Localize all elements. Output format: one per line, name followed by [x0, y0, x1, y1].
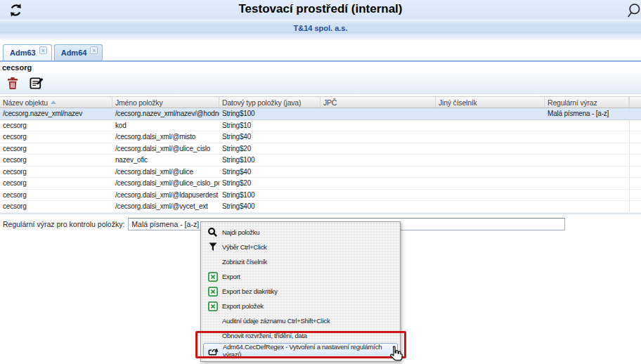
table-cell: cecsorg [0, 190, 112, 201]
table-cell: /cecsorg.nazev_xml/nazev/@hodnota [112, 108, 219, 119]
row-spacer [629, 131, 641, 143]
filter-icon [203, 242, 222, 252]
tab-close-icon[interactable]: x [90, 46, 98, 54]
table-cell: cecsorg [0, 201, 112, 212]
table-cell [545, 155, 629, 166]
table-row[interactable]: cecsorg/cecsorg.dalsi_xml/@vycet_extStri… [0, 201, 641, 213]
column-header-1[interactable]: Název objektu [0, 97, 112, 108]
table-cell: String$400 [219, 201, 320, 212]
table-cell: cecsorg [0, 143, 112, 155]
table-cell [436, 120, 545, 131]
table-cell [436, 167, 545, 178]
menu-item[interactable]: Export položek [203, 299, 398, 313]
table-row[interactable]: /cecsorg.nazev_xml/nazev/cecsorg.nazev_x… [0, 108, 641, 120]
menu-item-label: Adm64.CecDefRegex - Vytvoření a nastaven… [223, 343, 397, 358]
table-cell [320, 131, 436, 143]
column-header-2[interactable]: Jméno položky [112, 97, 219, 108]
menu-item-label: Export bez diakritiky [222, 287, 278, 295]
table-cell: /cecsorg.dalsi_xml/@ulice [112, 167, 219, 178]
tab-strip: Adm63xAdm64x [0, 44, 641, 62]
object-name-label: cecsorg [2, 63, 32, 72]
column-header-5[interactable]: Jiný číselník [436, 97, 545, 108]
table-cell [545, 120, 629, 131]
menu-item-label: Auditní údaje záznamu Ctrl+Shift+Click [222, 317, 330, 325]
table-cell [436, 131, 545, 143]
menu-item-label: Export položek [222, 302, 264, 310]
table-row[interactable]: cecsorg/cecsorg.dalsi_xml/@ulice_cislo_p… [0, 178, 641, 190]
table-cell: String$100 [219, 108, 320, 119]
tab-adm64[interactable]: Adm64x [54, 44, 103, 60]
column-header-label: JPČ [323, 98, 337, 107]
menu-item-label: Zobrazit číselník [222, 258, 267, 266]
row-spacer [629, 167, 641, 178]
table-cell: String$20 [219, 143, 320, 155]
table-cell [545, 201, 629, 212]
column-header-6[interactable]: Regulární výraz [545, 97, 629, 108]
toolbar [0, 72, 641, 94]
search-icon[interactable] [626, 2, 641, 20]
row-spacer [629, 108, 641, 119]
table-cell: String$100 [219, 190, 320, 201]
table-cell [320, 108, 436, 119]
regex-field-label: Regulární výraz pro kontrolu položky: [3, 220, 124, 228]
column-header-3[interactable]: Datový typ položky (java) [219, 97, 320, 108]
edit-button[interactable] [30, 76, 44, 90]
tab-adm63[interactable]: Adm63x [3, 44, 52, 60]
company-bar: T&14 spol. a.s. [0, 20, 641, 40]
column-header-label: Jméno položky [115, 98, 162, 107]
table-cell [436, 143, 545, 155]
table-cell [320, 155, 436, 166]
table-cell: String$40 [219, 131, 320, 143]
table-cell [436, 190, 545, 201]
grid-body: /cecsorg.nazev_xml/nazev/cecsorg.nazev_x… [0, 108, 641, 213]
menu-item[interactable]: Export bez diakritiky [203, 284, 398, 299]
table-cell: String$20 [219, 178, 320, 189]
menu-item-label: Najdi položku [222, 228, 259, 236]
table-cell [545, 178, 629, 189]
table-cell [320, 120, 436, 131]
company-name: T&14 spol. a.s. [293, 24, 347, 32]
trash-icon [7, 77, 18, 90]
top-header-bar: Testovací prostředí (internal) [0, 0, 641, 20]
menu-item-label: Export [222, 273, 240, 280]
table-cell [545, 190, 629, 201]
table-cell: nazev_ofic [112, 155, 219, 166]
menu-item-label: Obnovit rozvržení, třídění, data [222, 332, 307, 339]
table-row[interactable]: cecsorg/cecsorg.dalsi_xml/@ldapuserdestS… [0, 190, 641, 202]
data-grid: Název objektuJméno položkyDatový typ pol… [0, 96, 641, 213]
delete-button[interactable] [6, 76, 20, 90]
table-cell: cecsorg [0, 131, 112, 143]
row-spacer [629, 190, 641, 201]
menu-item[interactable]: Zobrazit číselník [203, 254, 398, 269]
table-cell [545, 131, 629, 143]
table-cell [320, 190, 436, 201]
table-row[interactable]: cecsorgkodString$10 [0, 120, 641, 132]
column-header-label: Název objektu [3, 98, 48, 107]
tab-label: Adm64 [61, 48, 87, 57]
menu-item[interactable]: Výběr Ctrl+Click [203, 240, 398, 254]
table-cell: /cecsorg.dalsi_xml/@vycet_ext [112, 201, 219, 212]
page-title: Testovací prostředí (internal) [0, 2, 641, 16]
table-cell: /cecsorg.nazev_xml/nazev [0, 108, 112, 119]
table-row[interactable]: cecsorgnazev_oficString$100 [0, 155, 641, 167]
menu-item[interactable]: Obnovit rozvržení, třídění, data [203, 328, 398, 343]
tab-label: Adm63 [10, 48, 36, 57]
menu-item[interactable]: Export [203, 269, 398, 284]
table-row[interactable]: cecsorg/cecsorg.dalsi_xml/@mistoString$4… [0, 131, 641, 143]
menu-item[interactable]: Auditní údaje záznamu Ctrl+Shift+Click [203, 313, 398, 328]
table-row[interactable]: cecsorg/cecsorg.dalsi_xml/@ulice_cisloSt… [0, 143, 641, 155]
edit-icon [30, 77, 44, 90]
table-row[interactable]: cecsorg/cecsorg.dalsi_xml/@uliceString$4… [0, 167, 641, 178]
table-cell: Malá písmena - [a-z] [545, 108, 629, 119]
tab-close-icon[interactable]: x [39, 46, 47, 54]
column-header-4[interactable]: JPČ [320, 97, 436, 108]
row-spacer [629, 120, 641, 131]
column-header-label: Regulární výraz [548, 98, 597, 107]
grid-header-row: Název objektuJméno položkyDatový typ pol… [0, 96, 641, 108]
table-cell: kod [112, 120, 219, 131]
table-cell [320, 201, 436, 212]
sort-asc-icon [51, 100, 56, 104]
row-spacer [629, 155, 641, 166]
menu-item[interactable]: Adm64.CecDefRegex - Vytvoření a nastaven… [203, 343, 398, 358]
menu-item[interactable]: Najdi položku [203, 225, 398, 240]
